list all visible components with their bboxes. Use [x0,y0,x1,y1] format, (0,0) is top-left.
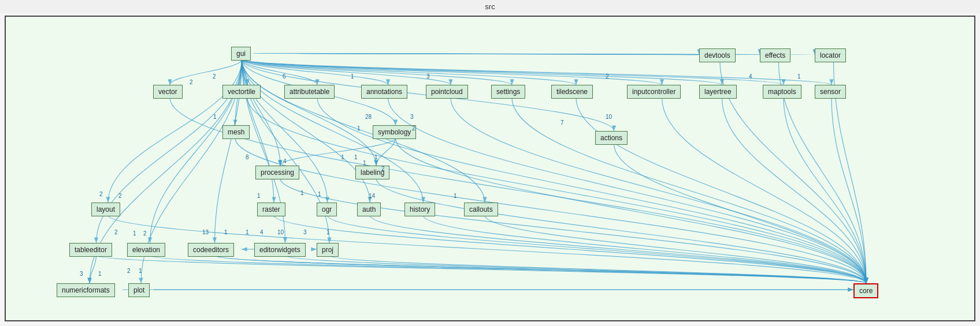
edge-label-27: 1 [224,229,228,235]
node-auth[interactable]: auth [357,203,381,216]
edge-gui-settings [242,59,513,85]
node-devtools[interactable]: devtools [699,48,736,62]
edge-tableeditor-core [96,256,867,283]
node-ogr[interactable]: ogr [317,203,337,216]
node-locator[interactable]: locator [815,48,846,62]
edge-tableeditor-numericformats [90,256,96,283]
edge-gui-vector [170,59,242,85]
node-inputcontroller[interactable]: inputcontroller [627,85,681,99]
edge-label-30: 10 [277,229,284,235]
edge-label-1: 6 [283,73,286,80]
node-elevation[interactable]: elevation [127,243,165,257]
edge-gui-ogr [242,59,328,203]
node-numericformats[interactable]: numericformats [57,283,115,297]
node-pointcloud[interactable]: pointcloud [426,85,468,99]
edge-codeeditors-core [215,256,867,283]
edge-label-0: 2 [213,73,216,80]
window-title: src [0,0,980,13]
edge-label-23: 1 [454,193,457,199]
node-codeeditors[interactable]: codeeditors [188,243,234,257]
edge-tiledscene-core [576,98,866,283]
edge-label-4: 2 [606,73,609,80]
edge-gui-tiledscene [242,59,577,85]
edge-label-25: 1 [257,193,261,199]
node-sensor[interactable]: sensor [815,85,846,99]
node-editorwidgets[interactable]: editorwidgets [254,243,306,257]
node-annotations[interactable]: annotations [361,85,407,99]
edge-gui-layertree [242,59,722,85]
node-settings[interactable]: settings [491,85,525,99]
edge-label-28: 1 [246,229,249,235]
edge-ogr-core [328,215,867,283]
edge-gui-devtools [253,53,699,55]
edge-gui-effects [253,53,760,55]
node-processing[interactable]: processing [255,166,299,179]
edge-maptools-core [784,98,866,283]
node-vector[interactable]: vector [153,85,183,99]
node-raster[interactable]: raster [257,203,285,216]
node-labeling[interactable]: labeling [355,166,389,179]
edge-gui-callouts [242,59,485,203]
edge-label-32: 1 [326,229,330,235]
edge-label-17: 10 [606,114,612,120]
edge-label-34: 3 [80,271,83,277]
node-tableeditor[interactable]: tableeditor [69,243,112,257]
node-layertree[interactable]: layertree [699,85,737,99]
node-core[interactable]: core [853,283,878,298]
edge-labeling-core [376,178,866,283]
edge-label-33: 2 [114,229,118,235]
node-tiledscene[interactable]: tiledscene [551,85,593,99]
edge-label-5: 4 [749,73,752,80]
edge-label-19: 1 [374,154,378,160]
edge-auth-core [370,215,866,283]
node-gui[interactable]: gui [231,47,251,61]
node-callouts[interactable]: callouts [464,203,498,216]
edge-processing-core [280,178,866,283]
edge-elevation-core [150,256,867,283]
edge-label-6: 1 [797,73,801,80]
node-vectortile[interactable]: vectortile [222,85,261,99]
edge-actions-core [614,144,867,283]
edge-label-35: 1 [98,271,102,277]
edge-gui-inputcontroller [242,59,662,85]
edge-history-core [424,215,867,283]
edge-label-18: 1 [354,154,358,160]
edge-gui-maptools [242,59,784,85]
edge-label-10: 4 [283,158,287,164]
edge-label-3: 3 [426,73,430,80]
edge-settings-core [512,98,866,283]
edge-gui-processing [242,59,281,166]
edge-label-37: 1 [139,268,142,274]
node-layout[interactable]: layout [91,203,120,216]
node-actions[interactable]: actions [595,131,628,145]
node-symbology[interactable]: symbology [373,125,416,139]
node-proj[interactable]: proj [317,243,339,257]
edge-label-31: 3 [303,229,307,235]
node-maptools[interactable]: maptools [763,85,801,99]
edge-label-9: 8 [246,154,249,160]
edge-gui-labeling [242,59,377,166]
edge-raster-core [274,215,866,283]
edge-gui-auth [242,59,370,203]
edge-label-29: 4 [260,229,263,235]
node-history[interactable]: history [404,203,435,216]
edge-codeeditors-core [215,256,867,283]
node-mesh[interactable]: mesh [222,125,250,139]
edge-label-22: 14 [369,193,375,199]
node-attributetable[interactable]: attributetable [284,85,335,99]
edge-layertree-core [722,98,867,283]
edge-label-24: 2 [118,193,122,199]
graph-container: guivectorvectortileattributetableannotat… [5,16,975,321]
edge-label-36: 2 [127,268,131,274]
edge-gui-vectortile [242,59,248,85]
edge-label-11: 1 [341,154,344,160]
edge-symbology-processing [280,138,396,166]
edge-gui-layout [108,59,242,203]
edge-vectortile-core [247,98,866,283]
edge-label-7: 2 [190,79,193,85]
node-plot[interactable]: plot [128,283,150,297]
edge-label-41: 1 [300,190,304,196]
edge-label-2: 1 [351,73,354,80]
edge-gui-attributetable [242,59,318,85]
node-effects[interactable]: effects [760,48,790,62]
